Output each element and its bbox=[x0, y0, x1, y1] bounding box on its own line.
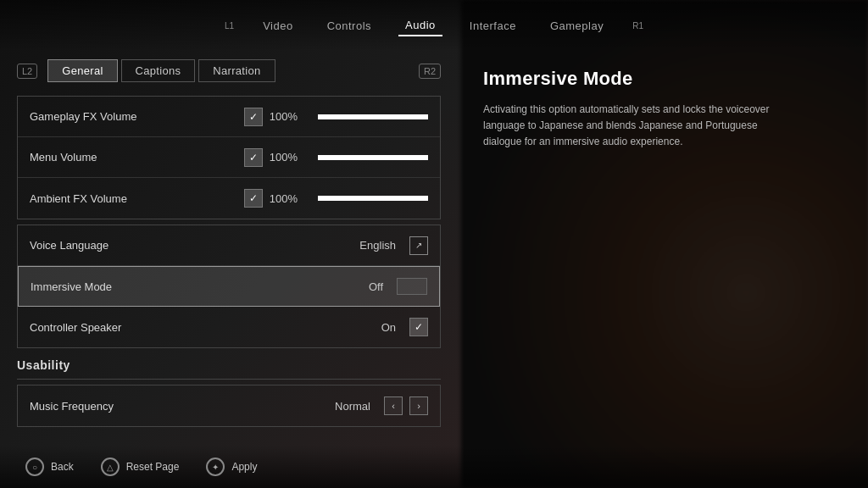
voice-language-control: English ↗ bbox=[359, 236, 428, 255]
info-title: Immersive Mode bbox=[483, 68, 843, 90]
tab-general[interactable]: General bbox=[47, 59, 117, 82]
setting-row-voice-language[interactable]: Voice Language English ↗ bbox=[18, 225, 440, 266]
voice-settings-section: Voice Language English ↗ Immersive Mode … bbox=[17, 225, 441, 348]
top-navigation: L1 Video Controls Audio Interface Gamepl… bbox=[0, 0, 868, 51]
main-content: L2 General Captions Narration R2 Gamepla… bbox=[0, 51, 868, 446]
voice-language-value: English bbox=[359, 239, 396, 252]
menu-volume-control: ✓ 100% bbox=[244, 148, 428, 167]
apply-action[interactable]: ✦ Apply bbox=[206, 458, 257, 476]
back-label: Back bbox=[51, 461, 74, 473]
setting-row-gameplay-fx[interactable]: Gameplay FX Volume ✓ 100% bbox=[18, 97, 440, 137]
ambient-fx-control: ✓ 100% bbox=[244, 189, 428, 208]
reset-action[interactable]: △ Reset Page bbox=[101, 458, 180, 476]
nav-item-gameplay[interactable]: Gameplay bbox=[543, 16, 610, 36]
nav-item-controls[interactable]: Controls bbox=[320, 16, 378, 36]
nav-item-audio[interactable]: Audio bbox=[398, 15, 442, 36]
controller-speaker-label: Controller Speaker bbox=[30, 321, 381, 334]
setting-row-immersive-mode[interactable]: Immersive Mode Off bbox=[18, 266, 440, 307]
ambient-fx-value: 100% bbox=[270, 192, 298, 205]
back-action[interactable]: ○ Back bbox=[25, 458, 74, 476]
ambient-fx-fill bbox=[318, 196, 428, 201]
l2-icon: L2 bbox=[17, 64, 37, 79]
music-frequency-value: Normal bbox=[335, 400, 370, 413]
info-description: Activating this option automatically set… bbox=[483, 102, 771, 151]
volume-settings-section: Gameplay FX Volume ✓ 100% Menu Volume ✓ … bbox=[17, 96, 441, 219]
menu-volume-slider[interactable] bbox=[318, 155, 428, 160]
tabs-row: L2 General Captions Narration R2 bbox=[17, 59, 441, 82]
apply-label: Apply bbox=[231, 461, 257, 473]
back-icon: ○ bbox=[25, 458, 44, 476]
setting-row-ambient[interactable]: Ambient FX Volume ✓ 100% bbox=[18, 178, 440, 219]
music-frequency-label: Music Frequency bbox=[30, 400, 335, 413]
voice-language-label: Voice Language bbox=[30, 239, 359, 252]
ambient-fx-dropdown[interactable]: ✓ bbox=[244, 189, 263, 208]
usability-header: Usability bbox=[17, 350, 441, 380]
left-panel: L2 General Captions Narration R2 Gamepla… bbox=[0, 51, 458, 446]
controller-speaker-check[interactable]: ✓ bbox=[409, 318, 428, 336]
gameplay-fx-control: ✓ 100% bbox=[244, 108, 428, 126]
menu-volume-label: Menu Volume bbox=[30, 151, 244, 164]
setting-row-controller-speaker[interactable]: Controller Speaker On ✓ bbox=[18, 307, 440, 347]
reset-icon: △ bbox=[101, 458, 120, 476]
menu-volume-fill bbox=[318, 155, 428, 160]
right-panel: Immersive Mode Activating this option au… bbox=[458, 51, 868, 446]
immersive-mode-label: Immersive Mode bbox=[31, 280, 369, 293]
gameplay-fx-label: Gameplay FX Volume bbox=[30, 110, 244, 123]
controller-speaker-control: On ✓ bbox=[381, 318, 428, 336]
tab-captions[interactable]: Captions bbox=[121, 59, 196, 82]
nav-item-interface[interactable]: Interface bbox=[463, 16, 523, 36]
nav-item-video[interactable]: Video bbox=[256, 16, 300, 36]
bottom-bar: ○ Back △ Reset Page ✦ Apply bbox=[0, 446, 868, 488]
music-frequency-control: Normal ‹ › bbox=[335, 396, 428, 415]
usability-settings: Music Frequency Normal ‹ › bbox=[17, 385, 441, 427]
r1-icon: R1 bbox=[632, 21, 643, 30]
setting-row-menu[interactable]: Menu Volume ✓ 100% bbox=[18, 137, 440, 178]
setting-row-music-frequency[interactable]: Music Frequency Normal ‹ › bbox=[18, 385, 440, 426]
immersive-mode-toggle[interactable] bbox=[397, 278, 427, 295]
gameplay-fx-fill bbox=[318, 114, 428, 119]
ambient-fx-slider[interactable] bbox=[318, 196, 428, 201]
usability-section: Usability Music Frequency Normal ‹ › bbox=[17, 350, 441, 427]
l1-icon: L1 bbox=[225, 21, 234, 30]
controller-speaker-value: On bbox=[381, 321, 396, 334]
music-frequency-next[interactable]: › bbox=[409, 396, 428, 415]
gameplay-fx-value: 100% bbox=[270, 110, 298, 123]
gameplay-fx-dropdown[interactable]: ✓ bbox=[244, 108, 263, 126]
immersive-mode-control: Off bbox=[369, 278, 427, 295]
menu-volume-value: 100% bbox=[270, 151, 298, 164]
reset-label: Reset Page bbox=[126, 461, 180, 473]
voice-language-ext-link[interactable]: ↗ bbox=[409, 236, 428, 255]
music-frequency-prev[interactable]: ‹ bbox=[384, 396, 403, 415]
apply-icon: ✦ bbox=[206, 458, 225, 476]
gameplay-fx-slider[interactable] bbox=[318, 114, 428, 119]
r2-icon: R2 bbox=[419, 64, 441, 79]
menu-volume-dropdown[interactable]: ✓ bbox=[244, 148, 263, 167]
tab-narration[interactable]: Narration bbox=[198, 59, 275, 82]
ambient-fx-label: Ambient FX Volume bbox=[30, 192, 244, 205]
immersive-mode-value: Off bbox=[369, 280, 383, 293]
